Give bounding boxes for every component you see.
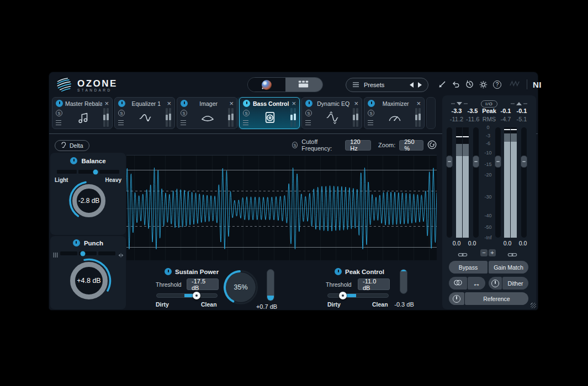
- dither-power-button[interactable]: [489, 277, 502, 290]
- input-fader-left[interactable]: [447, 127, 452, 238]
- module-power-icon[interactable]: [118, 100, 125, 107]
- output-gain-up-icon[interactable]: [511, 102, 527, 105]
- punch-power-icon[interactable]: [73, 239, 80, 246]
- undo-icon[interactable]: [449, 78, 462, 90]
- punch-slider[interactable]: [60, 251, 115, 255]
- dither-button[interactable]: Dither: [502, 277, 528, 290]
- punch-knob[interactable]: +4.8 dB: [65, 256, 113, 305]
- peak-dirty-clean-slider[interactable]: [327, 293, 389, 298]
- peak-threshold-box[interactable]: -11.0 dB: [358, 278, 390, 290]
- menu-icon[interactable]: [56, 120, 62, 126]
- scale-tick: -10: [481, 150, 495, 156]
- output-fader-right[interactable]: [521, 127, 527, 238]
- zoom-value-box[interactable]: 250 %: [399, 140, 423, 151]
- sustain-max-label: Clean: [201, 301, 217, 308]
- peak-power-icon[interactable]: [335, 268, 342, 275]
- help-icon[interactable]: ?: [491, 78, 504, 90]
- solo-icon[interactable]: S: [56, 110, 62, 116]
- peak-title: Peak Control: [345, 269, 384, 275]
- sustain-threshold-box[interactable]: -17.5 dB: [187, 278, 219, 290]
- scale-zoom-in-button[interactable]: +: [489, 249, 496, 256]
- preset-next-button[interactable]: [418, 82, 422, 88]
- io-button[interactable]: I/O: [481, 100, 497, 108]
- settings-gear-icon[interactable]: [477, 78, 490, 90]
- divider: [527, 79, 527, 89]
- balance-power-icon[interactable]: [70, 157, 77, 164]
- solo-icon[interactable]: S: [305, 110, 312, 116]
- solo-icon[interactable]: S: [118, 110, 125, 116]
- close-icon[interactable]: ×: [416, 101, 421, 106]
- sustain-slider-handle[interactable]: [193, 292, 200, 299]
- module-power-icon[interactable]: [368, 100, 375, 107]
- edit-pencil-icon[interactable]: [436, 78, 448, 90]
- gain-match-button[interactable]: Gain Match: [489, 261, 528, 274]
- resize-handle[interactable]: [531, 303, 536, 308]
- menu-icon[interactable]: [305, 120, 312, 126]
- input-gain-down-icon[interactable]: [451, 102, 468, 105]
- display-controls: S Cutoff Frequency: 120 Hz Zoom: 250 %: [292, 139, 437, 151]
- solo-icon[interactable]: S: [243, 110, 250, 116]
- peak-gain-meter: [400, 269, 407, 294]
- fader-handle[interactable]: [495, 156, 501, 168]
- assistant-view-button[interactable]: [248, 78, 285, 92]
- stereo-mode-button[interactable]: [449, 277, 467, 290]
- module-power-icon[interactable]: [305, 100, 312, 107]
- module-tab-imager[interactable]: Imager × S: [177, 97, 237, 129]
- imager-icon: [187, 109, 228, 126]
- module-meter: [166, 109, 171, 126]
- module-power-icon[interactable]: [243, 100, 250, 107]
- module-power-icon[interactable]: [56, 100, 63, 107]
- balance-slider[interactable]: [57, 170, 119, 174]
- module-power-icon[interactable]: [181, 100, 188, 107]
- menu-icon[interactable]: [118, 120, 125, 126]
- reference-power-button[interactable]: [449, 292, 464, 305]
- input-fader-right[interactable]: [473, 127, 479, 238]
- close-icon[interactable]: ×: [167, 101, 171, 106]
- close-icon[interactable]: ×: [229, 101, 234, 106]
- fader-handle[interactable]: [446, 156, 453, 168]
- scale-zoom-out-button[interactable]: −: [480, 249, 488, 256]
- reset-zoom-icon[interactable]: [427, 140, 437, 151]
- module-tab-dynamic-eq[interactable]: Dynamic EQ × S: [301, 97, 362, 129]
- module-tab-bass-control[interactable]: Bass Control × S: [239, 97, 300, 129]
- close-icon[interactable]: ×: [104, 101, 109, 106]
- preset-prev-button[interactable]: [410, 82, 414, 88]
- detailed-view-button[interactable]: [285, 78, 323, 92]
- scale-tick: -40: [481, 213, 495, 218]
- output-link-icon[interactable]: [507, 250, 517, 260]
- fader-handle[interactable]: [473, 156, 479, 168]
- solo-cutoff-icon[interactable]: S: [292, 142, 298, 148]
- module-tab-equalizer-1[interactable]: Equalizer 1 × S: [114, 97, 175, 129]
- module-tab-master-rebalance[interactable]: Master Rebalance × S: [52, 97, 113, 129]
- punch-panel: Punch +4.8 dB: [50, 236, 126, 309]
- menu-icon[interactable]: [368, 120, 374, 126]
- width-mode-button[interactable]: ↔: [468, 277, 485, 290]
- view-toggle[interactable]: [247, 77, 323, 92]
- delta-button[interactable]: Delta: [55, 140, 89, 151]
- menu-icon[interactable]: [243, 120, 250, 126]
- punch-slider-dot[interactable]: [81, 251, 86, 256]
- output-fader-left[interactable]: [495, 127, 501, 238]
- module-tab-maximizer[interactable]: Maximizer × S: [364, 97, 425, 129]
- solo-icon[interactable]: S: [368, 110, 374, 116]
- sustain-amount-knob[interactable]: 35%: [223, 270, 258, 305]
- output-meter-right: [511, 127, 517, 238]
- menu-icon[interactable]: [181, 120, 187, 126]
- fader-handle[interactable]: [521, 156, 527, 168]
- scale-tick: -6: [481, 141, 495, 146]
- presets-selector[interactable]: Presets: [346, 78, 428, 92]
- reference-button[interactable]: Reference: [465, 292, 528, 305]
- input-link-icon[interactable]: [458, 250, 468, 260]
- solo-icon[interactable]: S: [181, 110, 187, 116]
- cutoff-value-box[interactable]: 120 Hz: [345, 140, 371, 151]
- balance-knob[interactable]: -2.8 dB: [67, 179, 110, 222]
- peak-slider-handle[interactable]: [339, 292, 347, 299]
- balance-slider-dot[interactable]: [93, 169, 98, 174]
- peak-values-row: -3.3-3.5Peak-0.1-0.1: [447, 108, 531, 114]
- close-icon[interactable]: ×: [354, 101, 358, 106]
- sustain-power-icon[interactable]: [165, 268, 172, 275]
- bypass-button[interactable]: Bypass: [449, 261, 488, 274]
- close-icon[interactable]: ×: [292, 101, 296, 106]
- history-icon[interactable]: [463, 78, 476, 90]
- sustain-dirty-clean-slider[interactable]: [156, 293, 218, 298]
